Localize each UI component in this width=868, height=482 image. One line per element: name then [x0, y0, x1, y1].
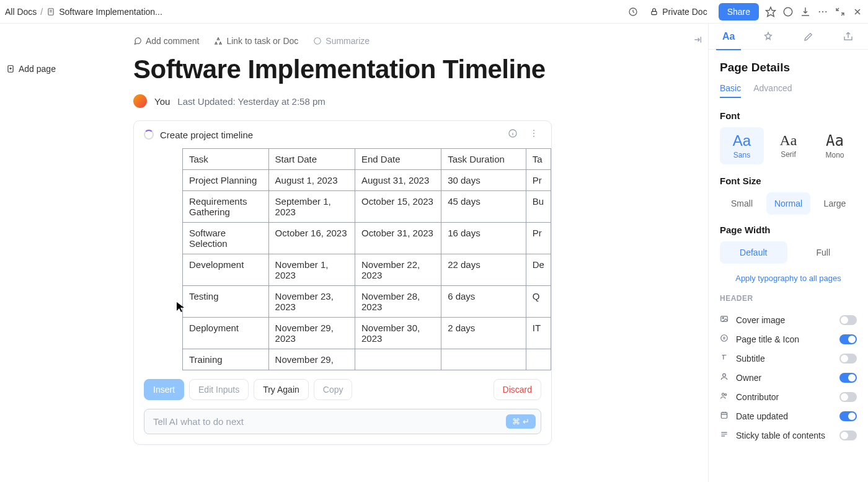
ai-table-wrap: TaskStart DateEnd DateTask DurationTa Pr…	[134, 148, 551, 370]
table-cell: Development	[183, 254, 269, 286]
table-cell: 16 days	[441, 223, 526, 254]
size-normal[interactable]: Normal	[766, 192, 810, 215]
table-cell: October 31, 2023	[355, 223, 441, 254]
sticky-toc-toggle[interactable]	[839, 431, 857, 440]
table-cell: October 16, 2023	[268, 223, 355, 254]
table-cell: Pr	[526, 223, 551, 254]
breadcrumb-doc[interactable]: Software Implementation...	[59, 7, 162, 17]
table-cell: Bu	[526, 191, 551, 223]
table-cell: November 23, 2023	[268, 286, 355, 318]
svg-point-15	[533, 136, 534, 137]
date-updated-toggle[interactable]	[839, 411, 857, 421]
ai-text-input[interactable]	[153, 416, 506, 427]
apply-all-link[interactable]: Apply typography to all pages	[720, 274, 857, 283]
tab-typography[interactable]: Aa	[716, 24, 741, 50]
contributor-toggle[interactable]	[839, 392, 857, 402]
table-row[interactable]: TrainingNovember 29,	[183, 349, 551, 370]
add-page-button[interactable]: Add page	[6, 30, 87, 74]
collapse-icon[interactable]	[835, 6, 846, 17]
font-sans[interactable]: Aa Sans	[720, 127, 764, 164]
table-cell: Deployment	[183, 318, 269, 349]
font-options: Aa Sans Aa Serif Aa Mono	[720, 127, 857, 164]
ai-input-row: ⌘ ↵	[134, 409, 551, 444]
subtab-advanced[interactable]: Advanced	[753, 83, 792, 98]
circle-icon[interactable]	[782, 6, 794, 17]
doc-title[interactable]: Software Implementation Timeline	[133, 55, 707, 84]
ai-more-icon[interactable]	[526, 128, 541, 141]
tab-edit[interactable]	[796, 24, 821, 50]
font-mono[interactable]: Aa Mono	[813, 127, 857, 164]
insert-button[interactable]: Insert	[144, 379, 184, 400]
collapse-panel-icon[interactable]	[693, 35, 702, 47]
table-row[interactable]: DeploymentNovember 29, 2023November 30, …	[183, 318, 551, 349]
avatar[interactable]	[133, 94, 147, 108]
toggle-sticky-toc: Sticky table of contents	[720, 426, 857, 445]
table-row[interactable]: TestingNovember 23, 2023November 28, 202…	[183, 286, 551, 318]
edit-inputs-button[interactable]: Edit Inputs	[189, 379, 249, 400]
toggle-date-updated: Date updated	[720, 406, 857, 426]
tab-style[interactable]	[756, 24, 781, 50]
ai-input[interactable]: ⌘ ↵	[144, 409, 541, 434]
table-cell: Testing	[183, 286, 269, 318]
table-header: Task	[183, 149, 269, 170]
page-width-options: Default Full	[720, 241, 857, 264]
share-button[interactable]: Share	[719, 3, 759, 20]
breadcrumb-root[interactable]: All Docs	[5, 7, 37, 17]
text-icon	[720, 353, 730, 364]
table-row[interactable]: DevelopmentNovember 1, 2023November 22, …	[183, 254, 551, 286]
panel-title: Page Details	[720, 61, 857, 74]
table-cell: 45 days	[441, 191, 526, 223]
toggle-cover: Cover image	[720, 310, 857, 329]
history-icon[interactable]	[627, 6, 639, 17]
image-icon	[720, 315, 730, 325]
add-comment-button[interactable]: Add comment	[133, 36, 199, 46]
link-task-button[interactable]: Link to task or Doc	[214, 36, 298, 46]
table-cell: De	[526, 254, 551, 286]
table-cell: 30 days	[441, 170, 526, 191]
close-icon[interactable]	[852, 6, 863, 17]
cover-toggle[interactable]	[839, 315, 857, 325]
last-updated: Last Updated: Yesterday at 2:58 pm	[177, 96, 326, 107]
try-again-button[interactable]: Try Again	[254, 379, 309, 400]
table-cell	[526, 349, 551, 370]
download-icon[interactable]	[800, 6, 811, 17]
table-row[interactable]: Requirements GatheringSeptember 1, 2023O…	[183, 191, 551, 223]
author-label: You	[154, 96, 170, 107]
privacy-button[interactable]: Private Doc	[645, 4, 712, 19]
timeline-table: TaskStart DateEnd DateTask DurationTa Pr…	[182, 148, 551, 370]
star-icon[interactable]	[765, 6, 776, 17]
svg-point-20	[722, 393, 725, 396]
person-icon	[720, 372, 730, 383]
font-size-options: Small Normal Large	[720, 192, 857, 215]
table-cell: Pr	[526, 170, 551, 191]
copy-button[interactable]: Copy	[314, 379, 353, 400]
summarize-button[interactable]: Summarize	[313, 36, 370, 46]
tab-share[interactable]	[836, 24, 861, 50]
font-label: Font	[720, 110, 857, 121]
discard-button[interactable]: Discard	[494, 379, 541, 400]
info-icon[interactable]	[505, 128, 520, 141]
size-large[interactable]: Large	[813, 192, 857, 215]
font-size-label: Font Size	[720, 176, 857, 186]
add-page-label: Add page	[19, 64, 56, 74]
toggle-label: Owner	[736, 373, 833, 383]
table-row[interactable]: Project PlanningAugust 1, 2023August 31,…	[183, 170, 551, 191]
subtab-basic[interactable]: Basic	[720, 83, 741, 98]
table-row[interactable]: Software SelectionOctober 16, 2023Octobe…	[183, 223, 551, 254]
owner-toggle[interactable]	[839, 373, 857, 383]
svg-point-6	[784, 7, 792, 16]
more-icon[interactable]	[817, 6, 828, 17]
table-header: Task Duration	[441, 149, 526, 170]
ai-shortcut-button[interactable]: ⌘ ↵	[506, 414, 536, 429]
title-icon-toggle[interactable]	[839, 334, 857, 344]
width-full[interactable]: Full	[790, 241, 857, 264]
size-small[interactable]: Small	[720, 192, 764, 215]
table-cell: August 31, 2023	[355, 170, 441, 191]
table-cell: November 30, 2023	[355, 318, 441, 349]
width-default[interactable]: Default	[720, 241, 787, 264]
panel-tabs: Aa	[709, 24, 868, 50]
ai-prompt-title: Create project timeline	[160, 130, 499, 140]
font-serif[interactable]: Aa Serif	[766, 127, 810, 164]
table-cell: November 1, 2023	[268, 254, 355, 286]
subtitle-toggle[interactable]	[839, 354, 857, 364]
